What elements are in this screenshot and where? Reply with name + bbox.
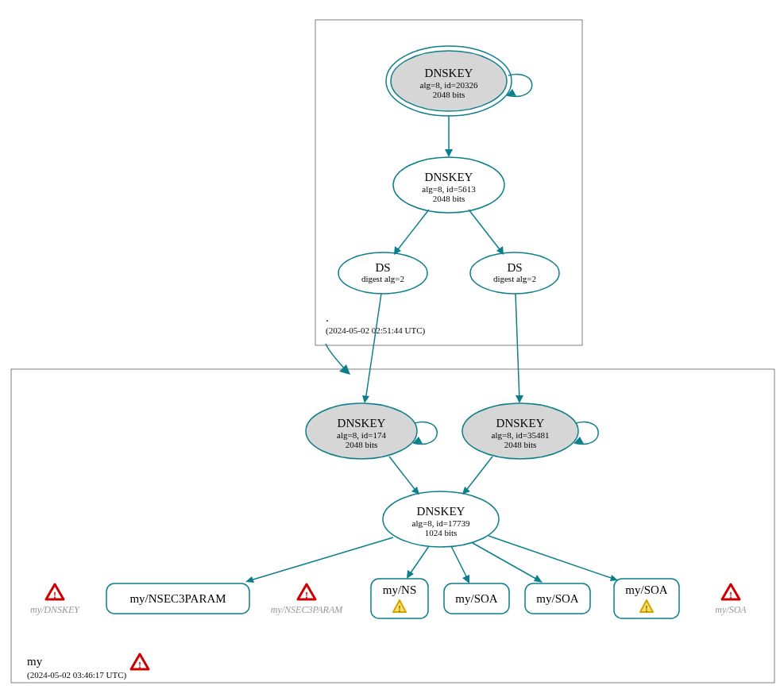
svg-text:digest alg=2: digest alg=2	[361, 274, 404, 283]
svg-marker-58	[362, 395, 369, 403]
svg-text:alg=8, id=20326: alg=8, id=20326	[420, 80, 478, 90]
svg-text:my/DNSKEY: my/DNSKEY	[30, 604, 80, 615]
svg-text:digest alg=2: digest alg=2	[493, 274, 536, 283]
node-rr-soa3: my/SOA !	[614, 579, 679, 618]
svg-text:my/SOA: my/SOA	[455, 592, 498, 605]
svg-text:2048 bits: 2048 bits	[433, 194, 465, 203]
svg-text:2048 bits: 2048 bits	[433, 90, 465, 99]
zone-my-label: my	[27, 655, 43, 668]
svg-text:1024 bits: 1024 bits	[425, 528, 458, 537]
node-my-zsk: DNSKEY alg=8, id=17739 1024 bits	[383, 491, 499, 547]
svg-text:2048 bits: 2048 bits	[504, 440, 537, 449]
node-rr-nsec3param: my/NSEC3PARAM	[106, 583, 249, 614]
warning-soa: ! my/SOA	[715, 584, 747, 615]
node-root-zsk: DNSKEY alg=8, id=5613 2048 bits	[393, 157, 504, 213]
svg-marker-66	[534, 575, 543, 583]
svg-text:DNSKEY: DNSKEY	[425, 171, 473, 183]
svg-text:alg=8, id=5613: alg=8, id=5613	[422, 184, 476, 194]
svg-text:my/NSEC3PARAM: my/NSEC3PARAM	[271, 604, 343, 615]
dnssec-graph: . (2024-05-02 02:51:44 UTC) my (2024-05-…	[0, 0, 784, 697]
svg-text:my/SOA: my/SOA	[715, 604, 747, 615]
node-rr-soa2: my/SOA	[525, 583, 590, 614]
svg-text:!: !	[53, 590, 56, 601]
svg-text:2048 bits: 2048 bits	[346, 440, 378, 449]
svg-text:my/SOA: my/SOA	[536, 592, 579, 605]
svg-text:alg=8, id=17739: alg=8, id=17739	[412, 518, 470, 528]
svg-text:alg=8, id=174: alg=8, id=174	[337, 430, 386, 440]
warning-dnskey: ! my/DNSKEY	[30, 584, 80, 615]
warning-zone-my: !	[131, 654, 149, 671]
svg-marker-62	[462, 487, 470, 495]
svg-text:!: !	[398, 603, 401, 614]
svg-marker-59	[516, 395, 523, 403]
node-rr-soa1: my/SOA	[444, 583, 509, 614]
svg-text:!: !	[305, 590, 308, 601]
node-root-ds2: DS digest alg=2	[470, 252, 559, 294]
svg-text:DNSKEY: DNSKEY	[338, 417, 386, 429]
svg-text:!: !	[138, 660, 141, 671]
svg-text:!: !	[729, 590, 732, 601]
svg-text:DNSKEY: DNSKEY	[425, 67, 473, 79]
zone-my-time: (2024-05-02 03:46:17 UTC)	[27, 670, 127, 680]
svg-text:my/NSEC3PARAM: my/NSEC3PARAM	[129, 592, 226, 605]
svg-marker-61	[411, 487, 419, 495]
svg-marker-55	[445, 149, 453, 157]
svg-text:my/SOA: my/SOA	[625, 583, 668, 596]
node-my-ksk2: DNSKEY alg=8, id=35481 2048 bits	[462, 403, 598, 459]
svg-text:DS: DS	[375, 261, 390, 274]
svg-marker-63	[245, 576, 254, 583]
node-root-ksk: DNSKEY alg=8, id=20326 2048 bits	[386, 46, 532, 116]
zone-root-label: .	[326, 311, 329, 324]
node-root-ds1: DS digest alg=2	[338, 252, 427, 294]
svg-text:!: !	[645, 603, 648, 614]
svg-marker-67	[610, 575, 618, 581]
svg-text:DNSKEY: DNSKEY	[417, 505, 465, 518]
node-rr-ns: my/NS !	[371, 579, 428, 618]
svg-text:alg=8, id=35481: alg=8, id=35481	[492, 430, 550, 440]
svg-text:my/NS: my/NS	[383, 583, 417, 596]
warning-nsec3param: ! my/NSEC3PARAM	[271, 584, 343, 615]
svg-text:DNSKEY: DNSKEY	[496, 417, 545, 429]
node-my-ksk1: DNSKEY alg=8, id=174 2048 bits	[306, 403, 437, 459]
svg-text:DS: DS	[507, 261, 522, 274]
svg-marker-64	[407, 570, 414, 579]
svg-marker-60	[339, 364, 350, 375]
